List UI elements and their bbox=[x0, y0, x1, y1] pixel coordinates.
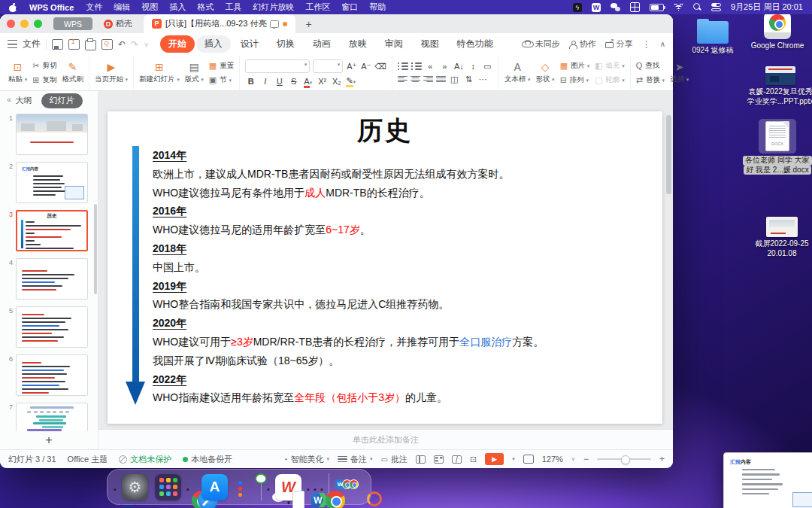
desktop-icon-docx[interactable]: DOCX各位老师 同学 大家好 我是 2...媛.docx bbox=[743, 119, 812, 175]
battery-icon[interactable] bbox=[650, 4, 664, 11]
slide-thumbnail-3[interactable]: 历史 bbox=[16, 210, 88, 251]
font-color-button[interactable]: A▾ bbox=[302, 77, 314, 86]
insert-picture-button[interactable]: ▦图片 ▾ bbox=[560, 60, 590, 71]
superscript-button[interactable]: X² bbox=[317, 77, 328, 86]
underline-button[interactable]: U bbox=[274, 77, 285, 86]
strikethrough-button[interactable]: S bbox=[288, 77, 299, 86]
menubar-item-文件[interactable]: 文件 bbox=[86, 2, 102, 13]
comments-button[interactable]: ▭批注 bbox=[381, 454, 408, 465]
indent-icon[interactable]: » bbox=[439, 62, 450, 71]
tab-wps-home[interactable]: WPS bbox=[53, 17, 92, 30]
collapse-panel-icon[interactable]: « bbox=[7, 95, 11, 104]
italic-button[interactable]: I bbox=[259, 77, 271, 86]
font-size-combo[interactable] bbox=[313, 59, 343, 73]
wifi-icon[interactable] bbox=[674, 4, 683, 11]
slide-thumbnail-6[interactable] bbox=[16, 354, 88, 396]
hamburger-menu-icon[interactable] bbox=[8, 40, 17, 48]
add-slide-button[interactable]: + bbox=[0, 431, 98, 449]
columns-icon[interactable]: ◫ bbox=[449, 75, 460, 84]
slide-thumbnail-5[interactable] bbox=[16, 306, 88, 348]
increase-font-button[interactable]: A⁺ bbox=[346, 62, 357, 71]
align-center-icon[interactable] bbox=[411, 75, 420, 84]
normal-view-icon[interactable] bbox=[416, 455, 426, 464]
slide-thumbnail-4[interactable] bbox=[16, 258, 88, 300]
menubar-item-工具[interactable]: 工具 bbox=[225, 2, 241, 13]
fit-slide-icon[interactable] bbox=[523, 455, 534, 464]
menubar-clock[interactable]: 9月25日 周日 20:01 bbox=[731, 2, 803, 13]
sync-status[interactable]: 未同步 bbox=[522, 38, 560, 50]
ribbon-tab-特色功能[interactable]: 特色功能 bbox=[449, 35, 501, 53]
collapse-ribbon-icon[interactable]: ∧ bbox=[660, 40, 665, 48]
subscript-button[interactable]: X₂ bbox=[331, 77, 342, 86]
dock-item-appstore[interactable]: A bbox=[201, 474, 228, 500]
paste-button[interactable]: ⊡粘贴 ▾ bbox=[8, 62, 27, 84]
share-button[interactable]: 分享 bbox=[605, 38, 633, 50]
timeline-bar[interactable] bbox=[132, 146, 139, 382]
distribute-icon[interactable]: ▭ bbox=[482, 62, 493, 71]
layout-button[interactable]: ▤版式 ▾ bbox=[185, 62, 204, 84]
collaborate-button[interactable]: 协作 bbox=[569, 38, 596, 50]
zoom-in-button[interactable]: + bbox=[659, 454, 665, 464]
arrange-button[interactable]: ⊟排列 ▾ bbox=[560, 75, 590, 86]
ribbon-tab-动画[interactable]: 动画 bbox=[304, 35, 339, 53]
notes-area[interactable]: 单击此处添加备注 bbox=[98, 429, 673, 449]
menubar-app-name[interactable]: WPS Office bbox=[29, 3, 74, 12]
align-right-icon[interactable] bbox=[423, 75, 433, 84]
align-left-icon[interactable] bbox=[398, 75, 408, 84]
wps-w-icon[interactable]: W bbox=[592, 3, 601, 12]
replace-button[interactable]: ⇄替换 ▾ bbox=[636, 75, 665, 86]
desktop-icon-folder[interactable]: 0924 返修稿 bbox=[678, 18, 747, 56]
clear-format-button[interactable]: ⌫ bbox=[374, 62, 386, 71]
panel-scrollbar[interactable] bbox=[94, 204, 97, 294]
menubar-item-格式[interactable]: 格式 bbox=[197, 2, 214, 13]
theme-name[interactable]: Office 主题 bbox=[68, 454, 108, 465]
menubar-item-窗口[interactable]: 窗口 bbox=[341, 2, 358, 13]
zoom-caret[interactable]: ∨ bbox=[571, 456, 575, 462]
select-button[interactable]: ➤选择 ▾ bbox=[670, 62, 689, 84]
outdent-icon[interactable]: « bbox=[425, 62, 436, 71]
align-justify-icon[interactable] bbox=[436, 75, 446, 84]
bold-button[interactable]: B bbox=[245, 77, 256, 86]
format-painter-button[interactable]: ✎格式刷 bbox=[62, 62, 83, 84]
outline-button[interactable]: ▢轮廓 ▾ bbox=[595, 75, 625, 86]
bullets-icon[interactable] bbox=[398, 62, 408, 71]
floating-preview-window[interactable]: 汇报内容 bbox=[723, 452, 812, 508]
print-icon[interactable] bbox=[85, 40, 96, 50]
tab-slides[interactable]: 幻灯片 bbox=[41, 93, 83, 108]
reading-view-icon[interactable] bbox=[452, 455, 462, 464]
save-icon[interactable] bbox=[52, 39, 63, 50]
menubar-item-插入[interactable]: 插入 bbox=[169, 2, 186, 13]
slide-title[interactable]: 历史 bbox=[108, 114, 662, 148]
find-button[interactable]: Q查找 bbox=[636, 60, 665, 71]
search-icon[interactable] bbox=[693, 3, 701, 11]
slide-sorter-icon[interactable] bbox=[434, 455, 444, 464]
fill-button[interactable]: ◧填充 ▾ bbox=[595, 60, 625, 71]
ribbon-tab-审阅[interactable]: 审阅 bbox=[377, 35, 411, 53]
theme-beautify-icon[interactable]: ⊡ bbox=[470, 455, 477, 464]
file-menu[interactable]: 文件 bbox=[23, 38, 41, 50]
numbering-icon[interactable] bbox=[411, 62, 422, 71]
highlight-button[interactable]: ✎▾ bbox=[345, 76, 356, 86]
slide-thumbnail-1[interactable] bbox=[16, 114, 88, 155]
ribbon-tab-切换[interactable]: 切换 bbox=[268, 35, 303, 53]
ribbon-tab-视图[interactable]: 视图 bbox=[413, 35, 447, 53]
protect-status[interactable]: 文档未保护 bbox=[119, 454, 171, 465]
menubar-item-工作区[interactable]: 工作区 bbox=[305, 2, 330, 13]
export-icon[interactable] bbox=[68, 39, 80, 50]
app-s-icon[interactable]: ϟ bbox=[573, 3, 582, 12]
desktop-icon-chrome-disk[interactable]: Google Chrome bbox=[743, 12, 812, 51]
canvas-scrollbar[interactable] bbox=[666, 115, 671, 194]
font-name-combo[interactable] bbox=[245, 59, 310, 73]
tab-outline[interactable]: 大纲 bbox=[16, 95, 32, 106]
tab-document[interactable]: P [只读]【用药培...09-23 付亮 bbox=[144, 14, 295, 33]
more-menu-icon[interactable]: ⋮ bbox=[642, 39, 651, 50]
control-center-icon[interactable] bbox=[711, 3, 721, 11]
undo-icon[interactable]: ↶ bbox=[118, 39, 126, 50]
slide[interactable]: 历史 2014年欧洲上市，建议成人MDR-TB患者因耐药或耐受性原因无法组成有效… bbox=[108, 111, 662, 424]
zoom-slider[interactable] bbox=[597, 458, 651, 460]
desktop-icon-screenshot[interactable]: 截屏2022-09-2520.01.08 bbox=[747, 217, 812, 258]
zoom-out-button[interactable]: − bbox=[583, 454, 589, 464]
menubar-item-幻灯片放映[interactable]: 幻灯片放映 bbox=[253, 2, 294, 13]
zoom-button[interactable] bbox=[34, 20, 42, 28]
ribbon-tab-插入[interactable]: 插入 bbox=[196, 35, 231, 53]
